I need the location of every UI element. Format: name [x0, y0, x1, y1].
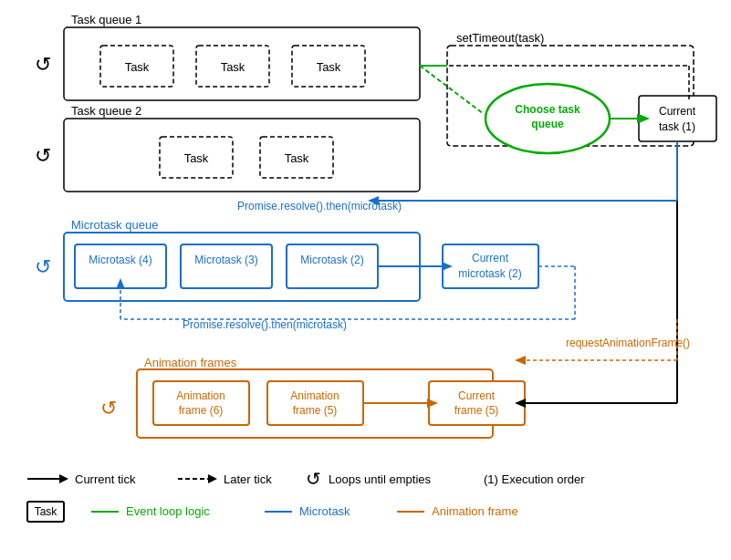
svg-text:Task: Task [285, 151, 309, 165]
svg-text:task (1): task (1) [659, 120, 695, 133]
svg-text:Microtask: Microtask [299, 504, 350, 518]
svg-text:frame (5): frame (5) [293, 404, 338, 417]
svg-text:Current: Current [458, 389, 496, 402]
svg-text:Current: Current [659, 105, 696, 118]
svg-text:Animation: Animation [290, 389, 339, 402]
svg-rect-21 [639, 96, 716, 141]
svg-rect-50 [267, 381, 363, 425]
svg-rect-47 [153, 381, 249, 425]
svg-text:Microtask queue: Microtask queue [71, 218, 158, 232]
svg-marker-77 [515, 356, 526, 365]
svg-text:(1) Execution order: (1) Execution order [484, 472, 585, 486]
svg-rect-33 [181, 244, 272, 288]
svg-text:Microtask (3): Microtask (3) [194, 254, 257, 266]
svg-text:Task: Task [221, 60, 245, 74]
svg-marker-79 [59, 474, 68, 483]
svg-text:↺: ↺ [100, 397, 117, 420]
svg-text:Promise.resolve().then(microta: Promise.resolve().then(microtask) [183, 318, 347, 331]
svg-text:Current: Current [472, 252, 509, 264]
svg-rect-35 [287, 244, 378, 288]
svg-text:requestAnimationFrame(): requestAnimationFrame() [566, 337, 690, 349]
svg-text:↺: ↺ [35, 144, 51, 167]
svg-rect-53 [429, 381, 525, 425]
diagram-container: Task queue 1 Task Task Task ↺ Task queue… [0, 0, 731, 560]
svg-text:↺: ↺ [306, 469, 321, 489]
svg-text:Loops until empties: Loops until empties [329, 472, 432, 486]
svg-text:Choose task: Choose task [515, 103, 580, 116]
svg-marker-82 [208, 474, 217, 483]
svg-line-24 [610, 119, 639, 146]
svg-text:setTimeout(task): setTimeout(task) [456, 31, 544, 45]
svg-text:↺: ↺ [35, 53, 51, 76]
svg-rect-9 [64, 119, 420, 192]
svg-text:Animation: Animation [176, 389, 225, 402]
svg-line-27 [420, 66, 484, 114]
svg-text:queue: queue [531, 118, 564, 130]
svg-text:microtask (2): microtask (2) [458, 267, 521, 280]
svg-text:Task: Task [184, 151, 209, 165]
svg-text:frame (6): frame (6) [179, 404, 224, 417]
svg-text:Animation frames: Animation frames [144, 356, 237, 369]
diagram-svg: Task queue 1 Task Task Task ↺ Task queue… [0, 0, 731, 560]
svg-text:Later tick: Later tick [224, 472, 272, 486]
svg-text:Task queue 2: Task queue 2 [71, 104, 141, 118]
svg-text:Task: Task [35, 505, 58, 518]
svg-text:Microtask (2): Microtask (2) [300, 254, 363, 266]
svg-text:Task queue 1: Task queue 1 [71, 13, 141, 26]
svg-text:Task: Task [317, 60, 341, 74]
svg-text:Event loop logic: Event loop logic [126, 504, 210, 518]
svg-text:Animation frame: Animation frame [432, 504, 518, 518]
svg-text:Current tick: Current tick [75, 472, 136, 486]
svg-text:frame (5): frame (5) [454, 404, 499, 417]
svg-text:↺: ↺ [35, 255, 51, 278]
svg-text:Task: Task [125, 60, 150, 74]
svg-text:Microtask (4): Microtask (4) [89, 254, 151, 266]
